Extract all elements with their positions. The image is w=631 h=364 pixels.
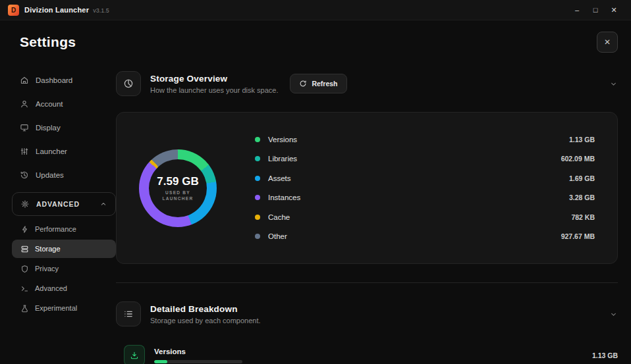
- legend-label: Instances: [268, 194, 300, 201]
- sidebar-item-label: Privacy: [35, 265, 59, 273]
- window-controls: – □ ✕: [568, 3, 623, 17]
- legend-dot: [255, 176, 260, 181]
- sidebar-item-label: Launcher: [36, 147, 67, 155]
- legend-row-libraries: Libraries 602.09 MB: [255, 149, 595, 169]
- sidebar: Dashboard Account Display Launcher: [12, 62, 116, 364]
- storage-overview-text: Storage Overview How the launcher uses y…: [150, 74, 278, 94]
- sidebar-item-label: Updates: [36, 171, 64, 179]
- legend-dot: [255, 215, 260, 220]
- logo-letter: D: [11, 7, 16, 14]
- section-title: Storage Overview: [150, 74, 278, 84]
- progress-bar: [154, 360, 242, 363]
- storage-overview-card: 7.59 GB USED BY LAUNCHER Versions 1.13 G…: [116, 112, 618, 264]
- history-icon: [20, 170, 29, 180]
- sidebar-item-privacy[interactable]: Privacy: [12, 259, 116, 278]
- advanced-group: ADVANCED: [12, 192, 116, 216]
- legend-value: 602.09 MB: [561, 155, 595, 163]
- legend-label: Libraries: [268, 155, 297, 163]
- legend-dot: [255, 137, 260, 142]
- page-header: Settings ✕: [0, 20, 631, 62]
- section-divider: [116, 282, 618, 283]
- sidebar-item-label: Storage: [35, 245, 61, 253]
- legend-value: 1.13 GB: [569, 136, 595, 143]
- sidebar-item-dashboard[interactable]: Dashboard: [12, 68, 116, 92]
- legend-label: Versions: [268, 136, 297, 143]
- legend-value: 3.28 GB: [569, 194, 595, 201]
- breakdown-item-info: Versions: [154, 348, 242, 363]
- section-subtitle: Storage used by each component.: [150, 317, 261, 325]
- legend-dot: [255, 156, 260, 161]
- chevron-up-icon: [99, 200, 107, 208]
- storage-legend: Versions 1.13 GB Libraries 602.09 MB Ass…: [255, 130, 595, 246]
- sliders-icon: [20, 147, 29, 156]
- progress-bar-fill: [154, 360, 167, 363]
- sidebar-item-label: Display: [36, 124, 61, 132]
- refresh-button-label: Refresh: [312, 80, 337, 88]
- monitor-icon: [20, 123, 29, 132]
- donut-total-value: 7.59 GB: [157, 175, 198, 188]
- content: Dashboard Account Display Launcher: [0, 62, 631, 364]
- app-window: D Divizion Launcher v3.1.5 – □ ✕ Setting…: [0, 0, 631, 364]
- app-logo: D: [8, 5, 19, 16]
- legend-label: Cache: [268, 213, 290, 221]
- shield-icon: [20, 265, 29, 273]
- sidebar-item-performance[interactable]: Performance: [12, 220, 116, 238]
- app-version: v3.1.5: [93, 7, 109, 14]
- legend-dot: [255, 234, 260, 239]
- refresh-icon: [299, 80, 307, 88]
- minimize-button[interactable]: –: [568, 3, 586, 17]
- chevron-down-icon[interactable]: [609, 80, 618, 88]
- refresh-button[interactable]: Refresh: [290, 74, 346, 93]
- sidebar-item-advanced[interactable]: Advanced: [12, 279, 116, 298]
- advanced-group-header[interactable]: ADVANCED: [13, 193, 115, 215]
- sidebar-item-label: Experimental: [35, 304, 77, 312]
- legend-row-assets: Assets 1.69 GB: [255, 169, 595, 188]
- legend-dot: [255, 195, 260, 200]
- legend-label: Other: [268, 232, 287, 240]
- gear-icon: [20, 199, 30, 209]
- sidebar-item-storage[interactable]: Storage: [12, 240, 116, 258]
- legend-value: 782 KB: [571, 213, 595, 221]
- sidebar-item-experimental[interactable]: Experimental: [12, 299, 116, 317]
- sidebar-item-label: Advanced: [35, 284, 67, 292]
- legend-row-versions: Versions 1.13 GB: [255, 130, 595, 149]
- sidebar-item-account[interactable]: Account: [12, 92, 116, 116]
- terminal-icon: [20, 284, 29, 293]
- donut-caption-line1: USED BY: [165, 190, 190, 195]
- sidebar-item-updates[interactable]: Updates: [12, 163, 116, 187]
- page-title: Settings: [20, 34, 76, 50]
- legend-value: 1.69 GB: [569, 174, 595, 182]
- section-title: Detailed Breakdown: [150, 304, 261, 314]
- legend-row-other: Other 927.67 MB: [255, 227, 595, 247]
- titlebar: D Divizion Launcher v3.1.5 – □ ✕: [0, 0, 631, 20]
- legend-row-instances: Instances 3.28 GB: [255, 188, 595, 208]
- donut-center: 7.59 GB USED BY LAUNCHER: [149, 159, 207, 217]
- sidebar-item-display[interactable]: Display: [12, 116, 116, 140]
- legend-value: 927.67 MB: [561, 232, 595, 240]
- legend-row-cache: Cache 782 KB: [255, 207, 595, 227]
- sidebar-item-label: Account: [36, 100, 63, 108]
- person-icon: [20, 99, 29, 109]
- flask-icon: [20, 304, 29, 313]
- maximize-button[interactable]: □: [586, 3, 605, 17]
- advanced-group-label: ADVANCED: [36, 200, 80, 208]
- detailed-breakdown-text: Detailed Breakdown Storage used by each …: [150, 304, 261, 325]
- sidebar-item-label: Dashboard: [36, 76, 72, 84]
- server-icon: [20, 245, 29, 253]
- breakdown-item-versions[interactable]: Versions 1.13 GB: [116, 345, 618, 364]
- list-icon: [116, 301, 141, 326]
- app-name: Divizion Launcher: [24, 6, 89, 14]
- section-subtitle: How the launcher uses your disk space.: [150, 86, 278, 94]
- legend-label: Assets: [268, 174, 291, 182]
- close-window-button[interactable]: ✕: [605, 3, 623, 17]
- donut-caption-line2: LAUNCHER: [163, 196, 194, 201]
- download-icon: [124, 345, 145, 364]
- donut-chart: 7.59 GB USED BY LAUNCHER: [139, 149, 217, 227]
- detailed-breakdown-header: Detailed Breakdown Storage used by each …: [116, 301, 618, 326]
- lightning-icon: [20, 225, 29, 234]
- settings-close-button[interactable]: ✕: [597, 32, 618, 53]
- chevron-down-icon[interactable]: [609, 310, 618, 319]
- main-panel: Storage Overview How the launcher uses y…: [116, 62, 618, 364]
- sidebar-item-launcher[interactable]: Launcher: [12, 140, 116, 163]
- home-icon: [20, 76, 29, 85]
